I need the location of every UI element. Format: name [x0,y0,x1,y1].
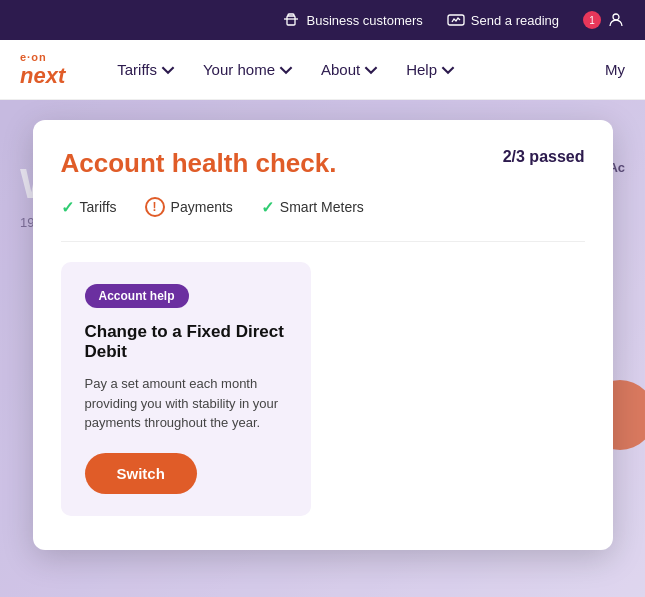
tariffs-label: Tariffs [117,61,157,78]
svg-rect-0 [287,16,295,25]
business-customers-link[interactable]: Business customers [282,11,422,29]
send-reading-label: Send a reading [471,13,559,28]
check-tariffs: ✓ Tariffs [61,198,117,217]
nav-your-home[interactable]: Your home [191,55,305,84]
nav-about[interactable]: About [309,55,390,84]
check-payments-icon: ! [145,197,165,217]
your-home-chevron-icon [279,63,293,77]
logo-next: next [20,63,65,89]
card-description: Pay a set amount each month providing yo… [85,374,287,433]
modal-divider [61,241,585,242]
briefcase-icon [282,11,300,29]
help-label: Help [406,61,437,78]
notification-area[interactable]: 1 [583,11,625,29]
modal-header: Account health check. 2/3 passed [61,148,585,179]
your-home-label: Your home [203,61,275,78]
logo[interactable]: e·on next [20,51,65,89]
tariffs-chevron-icon [161,63,175,77]
nav-tariffs[interactable]: Tariffs [105,55,187,84]
modal-badge: 2/3 passed [503,148,585,166]
check-tariffs-icon: ✓ [61,198,74,217]
nav-help[interactable]: Help [394,55,467,84]
logo-eon: e·on [20,51,65,63]
modal-title: Account health check. [61,148,337,179]
modal: Account health check. 2/3 passed ✓ Tarif… [33,120,613,550]
modal-overlay: Account health check. 2/3 passed ✓ Tarif… [0,100,645,597]
about-label: About [321,61,360,78]
nav-my[interactable]: My [605,61,625,78]
meter-icon [447,11,465,29]
check-payments-label: Payments [171,199,233,215]
page-background: Wo 192 G Ac t paym payment ment is s aft… [0,100,645,597]
check-smart-meters: ✓ Smart Meters [261,198,364,217]
about-chevron-icon [364,63,378,77]
business-customers-label: Business customers [306,13,422,28]
account-help-card: Account help Change to a Fixed Direct De… [61,262,311,516]
help-chevron-icon [441,63,455,77]
person-icon [607,11,625,29]
top-bar: Business customers Send a reading 1 [0,0,645,40]
check-payments: ! Payments [145,197,233,217]
svg-point-3 [613,14,619,20]
nav-bar: e·on next Tariffs Your home About Help M… [0,40,645,100]
modal-checks: ✓ Tariffs ! Payments ✓ Smart Meters [61,197,585,217]
card-tag: Account help [85,284,189,308]
check-smart-meters-label: Smart Meters [280,199,364,215]
my-label: My [605,61,625,78]
send-reading-link[interactable]: Send a reading [447,11,559,29]
check-smart-meters-icon: ✓ [261,198,274,217]
card-title: Change to a Fixed Direct Debit [85,322,287,362]
notification-badge: 1 [583,11,601,29]
check-tariffs-label: Tariffs [80,199,117,215]
switch-button[interactable]: Switch [85,453,197,494]
nav-items: Tariffs Your home About Help [105,55,467,84]
